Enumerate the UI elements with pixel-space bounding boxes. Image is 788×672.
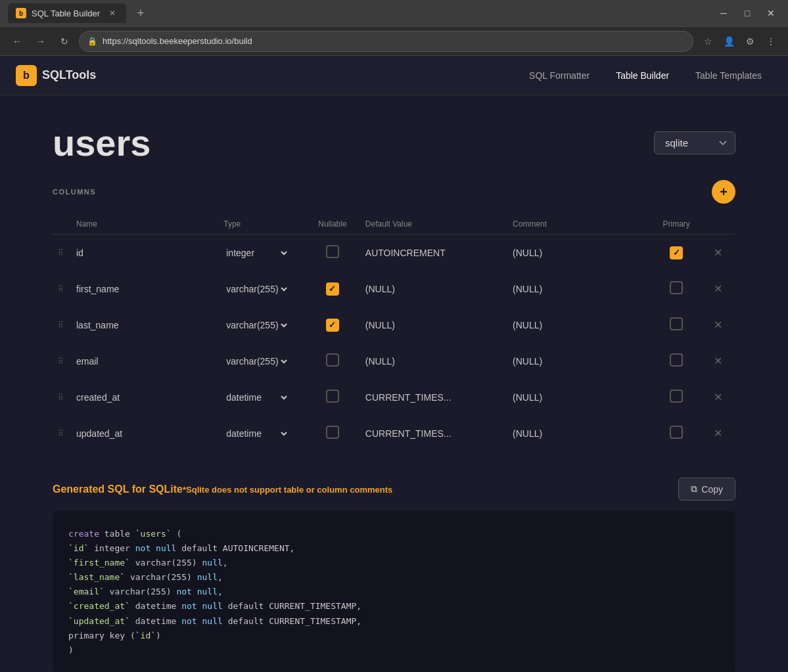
copy-button[interactable]: ⧉ Copy xyxy=(678,478,735,501)
sql-note: *Sqlite does not support table or column… xyxy=(183,485,392,495)
bookmark-icon[interactable]: ☆ xyxy=(699,32,717,51)
cell-primary xyxy=(652,343,701,379)
close-button[interactable]: ✕ xyxy=(762,4,780,22)
cell-type: integervarchar(255)datetimetextbooleanfl… xyxy=(216,307,308,343)
default-input[interactable] xyxy=(365,320,497,330)
app-nav: SQL Formatter Table Builder Table Templa… xyxy=(519,65,772,86)
comment-input[interactable] xyxy=(513,320,644,330)
cell-primary xyxy=(652,379,701,415)
code-token: `users` xyxy=(135,529,172,539)
cell-name xyxy=(68,307,216,343)
type-select[interactable]: integervarchar(255)datetimetextbooleanfl… xyxy=(223,355,289,367)
remove-row-button[interactable]: ✕ xyxy=(708,422,728,445)
name-input[interactable] xyxy=(76,356,208,367)
extensions-icon[interactable]: ⚙ xyxy=(741,32,759,51)
cell-type: integervarchar(255)datetimetextbooleanfl… xyxy=(216,379,308,415)
remove-row-button[interactable]: ✕ xyxy=(708,277,728,300)
logo: b SQLTools xyxy=(16,65,96,86)
primary-checkbox[interactable] xyxy=(670,317,683,330)
security-icon: 🔒 xyxy=(87,37,97,46)
nav-table-templates[interactable]: Table Templates xyxy=(685,65,772,86)
default-input[interactable] xyxy=(365,428,497,439)
code-token: varchar(255) xyxy=(125,572,197,582)
drag-handle[interactable]: ⠿ xyxy=(53,415,68,451)
drag-handle[interactable]: ⠿ xyxy=(53,271,68,307)
nullable-checkbox[interactable] xyxy=(326,245,339,258)
nullable-checkbox[interactable] xyxy=(326,426,339,439)
primary-checkbox[interactable] xyxy=(670,246,683,259)
cell-type: integervarchar(255)datetimetextbooleanfl… xyxy=(216,343,308,379)
remove-row-button[interactable]: ✕ xyxy=(708,349,728,372)
cell-default xyxy=(358,235,505,271)
primary-checkbox[interactable] xyxy=(670,353,683,367)
comment-input[interactable] xyxy=(513,428,644,439)
sql-header: Generated SQL for SQLite*Sqlite does not… xyxy=(53,478,735,501)
name-input[interactable] xyxy=(76,320,208,330)
profile-icon[interactable]: 👤 xyxy=(720,32,738,51)
drag-handle[interactable]: ⠿ xyxy=(53,343,68,379)
code-token: , xyxy=(218,587,223,596)
comment-input[interactable] xyxy=(513,284,644,294)
logo-text: SQLTools xyxy=(42,68,96,82)
type-select[interactable]: integervarchar(255)datetimetextbooleanfl… xyxy=(223,319,289,331)
remove-row-button[interactable]: ✕ xyxy=(708,241,728,264)
code-token: `id` xyxy=(135,631,156,640)
browser-chrome: b SQL Table Builder ✕ + ─ □ ✕ ← → ↻ 🔒 ht… xyxy=(0,0,788,56)
comment-input[interactable] xyxy=(513,392,644,403)
name-input[interactable] xyxy=(76,248,208,258)
code-token: , xyxy=(223,558,228,568)
drag-handle[interactable]: ⠿ xyxy=(53,307,68,343)
nullable-checkbox[interactable] xyxy=(326,353,339,367)
address-bar[interactable]: 🔒 https://sqltools.beekeeperstudio.io/bu… xyxy=(79,31,693,52)
comment-input[interactable] xyxy=(513,248,644,258)
code-line: ) xyxy=(68,643,720,658)
menu-icon[interactable]: ⋮ xyxy=(762,32,780,51)
code-token: `created_at` xyxy=(68,601,130,611)
nav-table-builder[interactable]: Table Builder xyxy=(605,65,680,86)
nav-sql-formatter[interactable]: SQL Formatter xyxy=(519,65,600,86)
page-title: users xyxy=(53,122,151,164)
primary-checkbox[interactable] xyxy=(670,390,683,403)
copy-icon: ⧉ xyxy=(691,483,697,495)
remove-row-button[interactable]: ✕ xyxy=(708,313,728,336)
code-line: create table `users` ( xyxy=(68,527,720,541)
maximize-button[interactable]: □ xyxy=(738,4,756,22)
cell-primary xyxy=(652,271,701,307)
code-token: ( xyxy=(172,529,182,539)
drag-handle[interactable]: ⠿ xyxy=(53,235,68,271)
code-token: `email` xyxy=(68,587,104,596)
cell-type: integervarchar(255)datetimetextbooleanfl… xyxy=(216,415,308,451)
add-column-button[interactable]: + xyxy=(712,180,735,204)
default-input[interactable] xyxy=(365,284,497,294)
nullable-checkbox[interactable] xyxy=(326,282,339,296)
columns-table: Name Type Nullable Default Value Comment… xyxy=(53,214,735,451)
code-token: ) xyxy=(68,645,74,655)
default-input[interactable] xyxy=(365,356,497,367)
new-tab-button[interactable]: + xyxy=(131,4,150,22)
nullable-checkbox[interactable] xyxy=(326,319,339,332)
name-input[interactable] xyxy=(76,284,208,294)
type-select[interactable]: integervarchar(255)datetimetextbooleanfl… xyxy=(223,247,289,259)
name-input[interactable] xyxy=(76,428,208,439)
back-button[interactable]: ← xyxy=(8,32,26,51)
type-select[interactable]: integervarchar(255)datetimetextbooleanfl… xyxy=(223,428,289,439)
comment-input[interactable] xyxy=(513,356,644,367)
default-input[interactable] xyxy=(365,248,497,258)
drag-handle[interactable]: ⠿ xyxy=(53,379,68,415)
minimize-button[interactable]: ─ xyxy=(714,4,733,22)
type-select[interactable]: integervarchar(255)datetimetextbooleanfl… xyxy=(223,283,289,295)
cell-nullable xyxy=(308,343,358,379)
type-select[interactable]: integervarchar(255)datetimetextbooleanfl… xyxy=(223,392,289,403)
reload-button[interactable]: ↻ xyxy=(55,32,74,51)
tab-close-button[interactable]: ✕ xyxy=(106,7,118,19)
code-token: not null xyxy=(181,601,223,611)
primary-checkbox[interactable] xyxy=(670,426,683,439)
name-input[interactable] xyxy=(76,392,208,403)
forward-button[interactable]: → xyxy=(32,32,50,51)
remove-row-button[interactable]: ✕ xyxy=(708,386,728,409)
browser-tab[interactable]: b SQL Table Builder ✕ xyxy=(8,3,126,23)
dialect-select[interactable]: sqlite mysql postgresql mssql xyxy=(654,131,735,154)
nullable-checkbox[interactable] xyxy=(326,390,339,403)
primary-checkbox[interactable] xyxy=(670,281,683,294)
default-input[interactable] xyxy=(365,392,497,403)
